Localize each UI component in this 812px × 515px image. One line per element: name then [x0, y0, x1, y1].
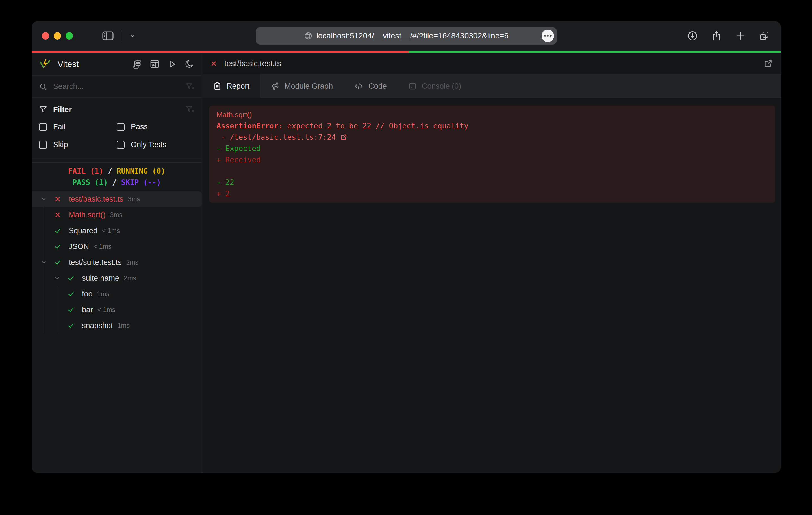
open-in-editor-icon[interactable]: [763, 59, 773, 68]
test-duration: 1ms: [118, 322, 130, 330]
funnel-icon: [39, 105, 48, 114]
desktop: { "browser": { "url": "localhost:51204/_…: [0, 0, 812, 515]
vitest-sidebar: Vitest: [32, 53, 202, 473]
status-line: FAIL (1) / RUNNING (0): [32, 165, 202, 177]
traffic-lights: [42, 32, 73, 39]
status-segment: SKIP (--): [121, 178, 161, 187]
titlebar-divider: [121, 30, 121, 41]
view-tabs: ReportModule GraphCodeConsole (0): [202, 74, 781, 98]
sidebar-toggle-icon[interactable]: [102, 31, 114, 40]
test-tree-item[interactable]: suite name2ms: [32, 270, 202, 286]
tab-label: Code: [369, 82, 387, 91]
pass-check-icon: [67, 322, 75, 329]
test-duration: 2ms: [124, 274, 136, 282]
filter-option-pass[interactable]: Pass: [117, 123, 194, 131]
share-icon[interactable]: [712, 30, 722, 41]
test-tree-item[interactable]: test/suite.test.ts2ms: [32, 254, 202, 270]
tab-label: Module Graph: [285, 82, 333, 91]
checkbox-icon[interactable]: [117, 123, 124, 131]
pass-check-icon: [67, 274, 75, 282]
chevron-down-icon[interactable]: [41, 196, 47, 202]
tab-report[interactable]: Report: [202, 74, 260, 98]
error-line: - Expected: [216, 143, 768, 154]
tab-code[interactable]: Code: [344, 74, 398, 98]
pass-check-icon: [54, 243, 61, 250]
search-input[interactable]: [53, 82, 180, 91]
run-all-icon[interactable]: [167, 59, 177, 69]
progress-segment-fail: [32, 51, 409, 53]
globe-icon: [304, 32, 313, 40]
test-tree-item[interactable]: Math.sqrt()3ms: [32, 207, 202, 223]
test-tree-item[interactable]: JSON< 1ms: [32, 239, 202, 254]
error-text-segment: AssertionError: [216, 122, 278, 130]
close-window-button[interactable]: [42, 32, 49, 39]
module-graph-icon: [271, 82, 280, 90]
test-duration: 1ms: [97, 290, 109, 298]
fail-x-icon: [54, 195, 61, 203]
filter-option-fail[interactable]: Fail: [39, 123, 117, 131]
pass-check-icon: [54, 227, 61, 234]
error-line: + 2: [216, 188, 768, 199]
chevron-down-icon[interactable]: [129, 32, 136, 39]
report-icon: [213, 82, 222, 90]
pass-check-icon: [67, 290, 75, 298]
browser-titlebar: localhost:51204/__vitest__/#/?file=16484…: [32, 21, 781, 51]
error-line: - /test/basic.test.ts:7:24: [216, 131, 768, 143]
error-panel: Math.sqrt()AssertionError: expected 2 to…: [209, 105, 775, 203]
error-text-segment: : expected 2 to be 22 // Object.is equal…: [278, 122, 468, 130]
code-icon: [354, 82, 363, 90]
filter-option-label: Skip: [53, 140, 68, 149]
test-tree-item[interactable]: Squared< 1ms: [32, 223, 202, 239]
filter-option-only-tests[interactable]: Only Tests: [117, 140, 194, 149]
test-duration: < 1ms: [102, 227, 120, 235]
test-duration: 2ms: [126, 259, 139, 266]
tab-module-graph[interactable]: Module Graph: [260, 74, 344, 98]
error-line: AssertionError: expected 2 to be 22 // O…: [216, 120, 768, 131]
list-tree-icon[interactable]: [132, 59, 142, 69]
external-link-icon[interactable]: [340, 133, 348, 142]
zoom-window-button[interactable]: [65, 32, 73, 39]
test-name: JSON: [69, 242, 89, 251]
clear-search-filter-icon[interactable]: [185, 82, 194, 91]
error-text-segment: - Expected: [216, 144, 261, 153]
tab-console-0[interactable]: Console (0): [398, 74, 472, 98]
url-bar[interactable]: localhost:51204/__vitest__/#/?file=16484…: [256, 27, 557, 44]
filter-option-label: Pass: [131, 123, 148, 131]
filter-block: Filter FailPassSkipOnly Tests: [32, 98, 202, 159]
open-file-tab[interactable]: test/basic.test.ts: [202, 53, 781, 74]
error-line: [216, 165, 768, 177]
chevron-down-icon[interactable]: [54, 275, 60, 281]
minimize-window-button[interactable]: [54, 32, 61, 39]
new-tab-icon[interactable]: [735, 31, 745, 41]
ellipsis-button[interactable]: [542, 30, 554, 42]
filter-option-skip[interactable]: Skip: [39, 140, 117, 149]
open-file-name: test/basic.test.ts: [224, 59, 281, 68]
error-text-segment: - 22: [216, 178, 234, 187]
pass-check-icon: [67, 306, 75, 313]
checkbox-icon[interactable]: [39, 141, 47, 149]
tab-label: Console (0): [422, 82, 461, 91]
dashboard-icon[interactable]: [150, 59, 160, 69]
status-segment: RUNNING (0): [117, 167, 165, 175]
clear-filter-icon[interactable]: [185, 105, 194, 114]
filter-title: Filter: [53, 105, 72, 114]
filter-option-label: Only Tests: [131, 140, 166, 149]
test-name: Math.sqrt(): [69, 211, 106, 219]
browser-actions: [687, 21, 770, 51]
dark-mode-icon[interactable]: [185, 59, 194, 69]
tab-overview-icon[interactable]: [759, 30, 770, 41]
progress-segment-pass: [409, 51, 781, 53]
vitest-logo-icon: [39, 58, 51, 70]
url-text: localhost:51204/__vitest__/#/?file=16484…: [316, 31, 509, 40]
status-line: PASS (1) / SKIP (--): [32, 177, 202, 188]
checkbox-icon[interactable]: [117, 141, 124, 149]
main-panel: test/basic.test.ts ReportModule GraphCod…: [202, 53, 781, 473]
checkbox-icon[interactable]: [39, 123, 47, 131]
test-tree: test/basic.test.ts3msMath.sqrt()3msSquar…: [32, 191, 202, 473]
error-text-segment: + 2: [216, 189, 230, 198]
test-summary: FAIL (1) / RUNNING (0)PASS (1) / SKIP (-…: [32, 162, 202, 191]
downloads-icon[interactable]: [687, 30, 698, 41]
test-tree-item[interactable]: test/basic.test.ts3ms: [32, 191, 202, 207]
test-duration: 3ms: [110, 211, 122, 219]
tree-guide-line: [57, 286, 57, 333]
